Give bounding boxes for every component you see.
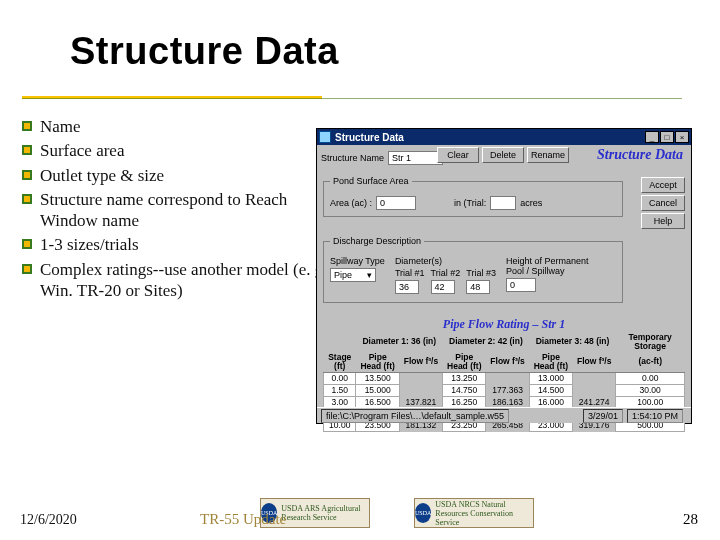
structure-name-label: Structure Name xyxy=(321,153,384,163)
col-f3: Flow f³/s xyxy=(573,352,616,372)
trial2-label: Trial #2 xyxy=(431,268,461,278)
rating-table-title: Pipe Flow Rating – Str 1 xyxy=(323,317,685,332)
trial1-col: Trial #1 36 xyxy=(395,268,425,294)
slide-footer: 12/6/2020 USDA USDA ARS Agricultural Res… xyxy=(0,488,720,528)
trial2-input[interactable]: 42 xyxy=(431,280,455,294)
window-buttons: _ □ × xyxy=(645,131,689,143)
titlebar: Structure Data _ □ × xyxy=(317,129,691,145)
height-label: Height of Permanent Pool / Spillway xyxy=(506,256,596,276)
clear-button[interactable]: Clear xyxy=(437,147,479,163)
pond-area-group: Pond Surface Area Area (ac) : 0 in (Tria… xyxy=(323,181,623,217)
col-group-temp: Temporary Storage xyxy=(616,332,685,352)
col-f2: Flow f³/s xyxy=(486,352,529,372)
diameter-label: Diameter(s) xyxy=(395,256,496,266)
bullet-item: Name xyxy=(22,116,342,137)
spillway-select[interactable]: Pipe▾ xyxy=(330,268,376,282)
table-header-row-1: Diameter 1: 36 (in) Diameter 2: 42 (in) … xyxy=(324,332,685,352)
trial3-col: Trial #3 48 xyxy=(466,268,496,294)
window-heading: Structure Data xyxy=(597,147,683,163)
col-h2: Pipe Head (ft) xyxy=(443,352,486,372)
window-body: Structure Data Structure Name Str 1 ▾ Cl… xyxy=(317,145,691,407)
table-row: 0.0013.50013.25013.0000.00 xyxy=(324,372,685,384)
structure-name-input[interactable]: Str 1 xyxy=(388,151,443,165)
maximize-button[interactable]: □ xyxy=(660,131,674,143)
footer-logos: USDA USDA ARS Agricultural Research Serv… xyxy=(260,498,534,528)
minimize-button[interactable]: _ xyxy=(645,131,659,143)
col-group-d2: Diameter 2: 42 (in) xyxy=(443,332,530,352)
bullet-item: 1-3 sizes/trials xyxy=(22,234,342,255)
diameter-col: Diameter(s) Trial #1 36 Trial #2 42 xyxy=(395,256,496,294)
col-temp: (ac-ft) xyxy=(616,352,685,372)
status-bar: file:\C:\Program Files\…\default_sample.… xyxy=(317,407,691,423)
pond-area-label: Area (ac) : xyxy=(330,198,372,208)
bullet-item: Surface area xyxy=(22,140,342,161)
bullet-icon xyxy=(22,121,32,131)
col-group-d1: Diameter 1: 36 (in) xyxy=(356,332,443,352)
bullet-icon xyxy=(22,194,32,204)
discharge-group-title: Discharge Description xyxy=(330,236,424,246)
bullet-icon xyxy=(22,145,32,155)
pond-acres-label: acres xyxy=(520,198,542,208)
trial2-col: Trial #2 42 xyxy=(431,268,461,294)
discharge-group: Discharge Description Spillway Type Pipe… xyxy=(323,241,623,303)
spillway-label: Spillway Type xyxy=(330,256,385,266)
bullet-item: Outlet type & size xyxy=(22,165,342,186)
col-h3: Pipe Head (ft) xyxy=(529,352,572,372)
top-button-row: Clear Delete Rename xyxy=(437,147,569,163)
status-date: 3/29/01 xyxy=(583,409,623,423)
pond-in-input[interactable] xyxy=(490,196,516,210)
accept-button[interactable]: Accept xyxy=(641,177,685,193)
slide: Structure Data Name Surface area Outlet … xyxy=(0,0,720,540)
trial1-input[interactable]: 36 xyxy=(395,280,419,294)
usda-seal-icon: USDA xyxy=(415,503,431,523)
status-file-path: file:\C:\Program Files\…\default_sample.… xyxy=(321,409,509,423)
trial1-label: Trial #1 xyxy=(395,268,425,278)
delete-button[interactable]: Delete xyxy=(482,147,524,163)
bullet-icon xyxy=(22,264,32,274)
col-group-d3: Diameter 3: 48 (in) xyxy=(529,332,616,352)
pond-area-group-wrap: Pond Surface Area Area (ac) : 0 in (Tria… xyxy=(323,179,623,217)
pond-in-label: in (Trial: xyxy=(454,198,486,208)
trials-row: Trial #1 36 Trial #2 42 Trial #3 48 xyxy=(395,268,496,294)
title-underline xyxy=(22,96,682,100)
usda-nrcs-logo: USDA USDA NRCS Natural Resources Conserv… xyxy=(414,498,534,528)
footer-center-text: TR-55 Update xyxy=(200,511,286,528)
trial3-input[interactable]: 48 xyxy=(466,280,490,294)
bullet-icon xyxy=(22,170,32,180)
bullet-item: Structure name correspond to Reach Windo… xyxy=(22,189,342,232)
rename-button[interactable]: Rename xyxy=(527,147,569,163)
cancel-button[interactable]: Cancel xyxy=(641,195,685,211)
bullet-icon xyxy=(22,239,32,249)
discharge-group-wrap: Discharge Description Spillway Type Pipe… xyxy=(323,239,623,303)
col-f1: Flow f³/s xyxy=(399,352,442,372)
spillway-col: Spillway Type Pipe▾ xyxy=(330,256,385,282)
side-button-column: Accept Cancel Help xyxy=(641,177,685,229)
footer-date: 12/6/2020 xyxy=(20,512,77,528)
bullet-list: Name Surface area Outlet type & size Str… xyxy=(22,116,342,304)
slide-title-wrap: Structure Data xyxy=(70,30,339,73)
status-time: 1:54:10 PM xyxy=(627,409,683,423)
footer-page-number: 28 xyxy=(683,511,698,528)
col-h1: Pipe Head (ft) xyxy=(356,352,399,372)
pond-area-row: Area (ac) : 0 in (Trial: acres xyxy=(330,196,616,210)
close-button[interactable]: × xyxy=(675,131,689,143)
height-col: Height of Permanent Pool / Spillway 0 xyxy=(506,256,596,292)
slide-title: Structure Data xyxy=(70,30,339,73)
table-row: 1.5015.00014.750177.36314.50030.00 xyxy=(324,384,685,396)
col-stage: Stage (ft) xyxy=(324,352,356,372)
pond-area-group-title: Pond Surface Area xyxy=(330,176,412,186)
chevron-down-icon: ▾ xyxy=(367,270,372,280)
trial3-label: Trial #3 xyxy=(466,268,496,278)
help-button[interactable]: Help xyxy=(641,213,685,229)
structure-data-window: Structure Data _ □ × Structure Data Stru… xyxy=(316,128,692,424)
table-header-row-2: Stage (ft) Pipe Head (ft) Flow f³/s Pipe… xyxy=(324,352,685,372)
app-icon xyxy=(319,131,331,143)
pond-area-input[interactable]: 0 xyxy=(376,196,416,210)
discharge-row: Spillway Type Pipe▾ Diameter(s) Trial #1… xyxy=(330,256,616,294)
window-title: Structure Data xyxy=(335,132,645,143)
bullet-item: Complex ratings--use another model (e. g… xyxy=(22,259,342,302)
height-input[interactable]: 0 xyxy=(506,278,536,292)
